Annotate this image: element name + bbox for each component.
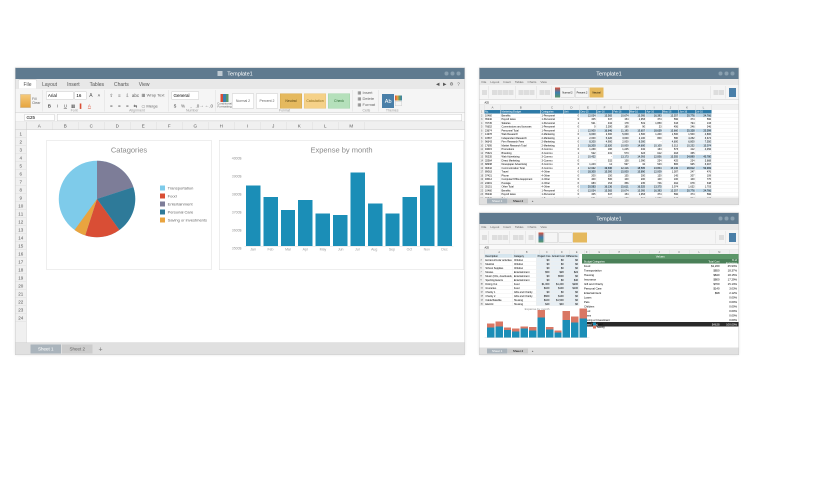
spreadsheet-window-budget: Template1 File Layout Insert Tables Char… [479, 212, 739, 355]
align-left-icon[interactable]: ≡ [108, 102, 115, 110]
style-normal[interactable]: Normal 2 [232, 94, 254, 108]
bar-y-axis: 4000$3900$3800$3700$3600$3500$ [227, 156, 243, 246]
window-controls[interactable] [444, 72, 460, 76]
column-headers: ABCDEFGHIJKLM [16, 122, 464, 130]
add-sheet-button[interactable]: + [528, 350, 536, 352]
help-icon[interactable]: ? [455, 80, 462, 88]
clear-button[interactable]: Clear [32, 101, 40, 104]
bar-plot [244, 156, 454, 246]
bar-chart-title: Expense by month [220, 140, 464, 156]
name-box[interactable]: G25 [24, 114, 54, 121]
fill-button[interactable]: Fill [32, 97, 40, 100]
align-middle-icon[interactable]: ≡ [116, 92, 123, 99]
name-box[interactable]: A25 [480, 100, 738, 105]
percent-icon[interactable]: % [180, 102, 186, 110]
menubar: File Layout Insert Tables Charts View ◀ … [16, 79, 464, 89]
formula-bar-row: G25 [16, 113, 464, 122]
menu-layout[interactable]: Layout [37, 80, 62, 88]
nav-back-icon[interactable]: ◀ [434, 80, 441, 88]
cells-area[interactable]: Catagories TransportationFoodEntertainme… [26, 130, 464, 342]
style-neutral[interactable]: Neutral [280, 94, 302, 108]
menu-tables[interactable]: Tables [84, 80, 109, 88]
underline-button[interactable]: U [62, 102, 69, 110]
add-sheet-button[interactable]: + [528, 200, 536, 202]
align-center-icon[interactable]: ≡ [116, 102, 123, 110]
number-format-select[interactable] [172, 92, 199, 100]
align-bottom-icon[interactable]: ⇩ [124, 92, 131, 99]
ribbon-alignment: Alignment ⇧ ≡ ⇩ abc ▦ Wrap Text ≡ ≡ ≡ ⇆ … [106, 90, 168, 112]
window-controls[interactable] [718, 216, 734, 220]
sheet-tab-1[interactable]: Sheet 1 [30, 344, 61, 354]
sheet-tabs: Sheet 1 Sheet 2 + [16, 342, 464, 354]
values-panel: Values Budget Categories Total Cost % of… [580, 254, 738, 348]
values-header: Values [582, 254, 738, 259]
gear-icon[interactable]: ⚙ [448, 80, 455, 88]
row-headers: 123456789101112131415161718192021222324 [16, 130, 26, 342]
name-box[interactable]: A25 [480, 245, 738, 250]
app-icon [218, 71, 222, 76]
menubar: File Layout Insert Tables Charts View [480, 224, 738, 230]
window-title: Template1 [596, 70, 622, 76]
add-sheet-button[interactable]: + [94, 343, 108, 355]
menu-insert[interactable]: Insert [62, 80, 84, 88]
insert-cells-button[interactable]: ▦ Insert [356, 90, 376, 96]
mini-bar-chart: Expense by month Food Saving [484, 308, 590, 348]
italic-button[interactable]: I [54, 102, 61, 110]
sheet-tabs: Sheet 1 Sheet 2 + [480, 198, 738, 204]
spreadsheet-window-data: Template1 File Layout Insert Tables Char… [479, 68, 739, 205]
grid[interactable]: ABCDEFGHIJKL 1No.Marketing BudgetCategor… [480, 105, 738, 198]
delete-cells-button[interactable]: ▦ Delete [356, 96, 376, 102]
theme-colors-icon[interactable] [395, 96, 402, 100]
window-title: Template1 [596, 216, 622, 222]
font-color-icon[interactable]: A [86, 102, 93, 110]
themes-button[interactable]: Ab [382, 94, 394, 108]
pie-legend: TransportationFoodEntertainmentPersonal … [160, 186, 207, 226]
style-check[interactable]: Check [328, 94, 350, 108]
theme-fonts-icon[interactable] [395, 101, 402, 106]
ribbon-format: Format Conditional Formatting Normal 2 P… [216, 90, 353, 112]
pie-chart[interactable]: Catagories TransportationFoodEntertainme… [46, 140, 212, 270]
bar-x-axis: JanFebMarAprMayJunJulAugSepOctNovDec [244, 248, 454, 256]
increase-font-icon[interactable]: A [88, 92, 94, 99]
style-percent[interactable]: Percent 2 [256, 94, 278, 108]
ribbon-font: Font A A B I U ▦ ▌ A [44, 90, 105, 112]
formula-bar[interactable] [57, 114, 462, 121]
wrap-text-button[interactable]: ▦ Wrap Text [140, 92, 166, 98]
ribbon: Fill Clear Font A A B I U ▦ ▌ A [16, 89, 464, 113]
titlebar[interactable]: Template1 [480, 68, 738, 79]
nav-forward-icon[interactable]: ▶ [441, 80, 448, 88]
titlebar[interactable]: Template1 [16, 68, 464, 79]
pie-chart-svg [54, 156, 140, 242]
ribbon-themes: Themes Ab [380, 90, 404, 112]
menu-file[interactable]: File [18, 80, 37, 88]
fill-color-icon[interactable]: ▌ [78, 102, 85, 110]
paste-icon[interactable] [20, 94, 31, 108]
grid[interactable]: ABCDEFGHIJKLM DescriptionCategoryProject… [480, 250, 738, 348]
format-cells-button[interactable]: ▦ Format [356, 102, 376, 108]
decrease-font-icon[interactable]: A [96, 92, 102, 99]
window-controls[interactable] [718, 72, 734, 76]
orientation-icon[interactable]: abc [132, 92, 140, 99]
spreadsheet-window-main: Template1 File Layout Insert Tables Char… [15, 68, 465, 355]
menu-charts[interactable]: Charts [109, 80, 134, 88]
font-size-select[interactable] [74, 92, 86, 100]
ribbon-paste: Fill Clear [18, 90, 43, 112]
bar-chart[interactable]: Expense by month 4000$3900$3800$3700$360… [219, 140, 464, 270]
grand-total-row: Grand Total $4628 100.00% [582, 322, 738, 326]
bold-button[interactable]: B [46, 102, 53, 110]
font-name-select[interactable] [46, 92, 74, 100]
currency-icon[interactable]: $ [172, 102, 178, 110]
grid[interactable]: ABCDEFGHIJKLM 12345678910111213141516171… [16, 122, 464, 342]
pie-chart-title: Catagories [47, 140, 211, 156]
window-title: Template1 [228, 70, 253, 76]
titlebar[interactable]: Template1 [480, 213, 738, 224]
decrease-decimal-icon[interactable]: ←.0 [204, 102, 213, 110]
menu-view[interactable]: View [134, 80, 155, 88]
menubar: File Layout Insert Tables Charts View [480, 79, 738, 85]
sheet-tabs: Sheet 1 Sheet 2 + [480, 348, 738, 354]
sheet-tab-2[interactable]: Sheet 2 [62, 344, 92, 354]
conditional-formatting-button[interactable]: Conditional Formatting [218, 94, 230, 108]
align-top-icon[interactable]: ⇧ [108, 92, 115, 99]
ribbon: Normal 2 Percent 2 Neutral [480, 85, 738, 100]
style-calculation[interactable]: Calculation [304, 94, 326, 108]
